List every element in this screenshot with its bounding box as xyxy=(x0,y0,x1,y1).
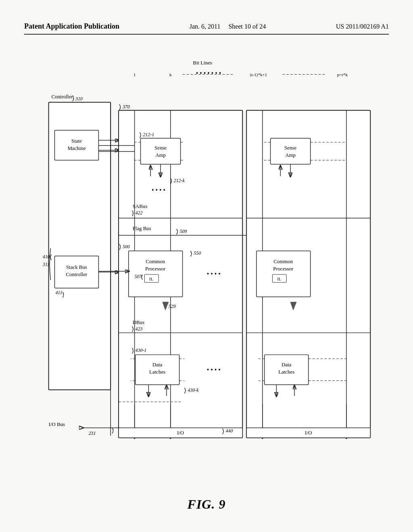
ref-410: 410 xyxy=(43,254,50,260)
data-latchesr-l1: Data xyxy=(282,362,292,368)
data-latches1-l2: Latches xyxy=(149,369,165,375)
svg-text:• • • •: • • • • xyxy=(207,270,221,277)
col-r1-label: (r-1)*k+1 xyxy=(250,72,267,77)
common-proc1-l2: Processor xyxy=(145,266,166,272)
ref-500: 500 xyxy=(123,244,130,249)
ref-310: 310 xyxy=(75,96,83,102)
ref-370: 370 xyxy=(122,104,130,110)
ref-311: 311 xyxy=(42,262,50,267)
dbus-label: DBus xyxy=(133,320,144,325)
stack-bus-label1: Stack Bus xyxy=(66,264,87,270)
svg-rect-47 xyxy=(271,138,311,164)
common-procr-l2: Processor xyxy=(273,266,294,272)
sense-amp-r-l2: Amp xyxy=(285,152,296,158)
figure-caption: FIG. 9 xyxy=(188,497,226,512)
ref-509: 509 xyxy=(180,229,187,234)
il1-label: IL xyxy=(149,276,153,281)
sense-amp-1-label: Sense xyxy=(154,145,167,151)
diagram-svg: text { font-family: 'Times New Roman', T… xyxy=(24,52,389,492)
svg-text:• • • • • • •: • • • • • • • xyxy=(196,70,221,77)
svg-text:Controller: Controller xyxy=(66,272,88,277)
svg-text:• • • •: • • • • xyxy=(152,187,165,193)
ref-507: 507 xyxy=(135,274,142,279)
ref-231: 231 xyxy=(89,430,96,436)
publication-date: Jan. 6, 2011 Sheet 10 of 24 xyxy=(119,23,336,30)
ref-430-k: 430-k xyxy=(188,387,199,393)
ref-430-1: 430-1 xyxy=(136,347,147,353)
ref-212-k: 212-k xyxy=(174,178,185,183)
io-block-label-r: I/O xyxy=(305,430,312,436)
bit-lines-label: Bit Lines xyxy=(193,60,212,66)
svg-text:Amp: Amp xyxy=(155,152,166,158)
ref-423: 423 xyxy=(136,326,143,332)
svg-rect-14 xyxy=(141,138,181,164)
sabus-label: SABus xyxy=(133,204,148,209)
sheet-info: Sheet 10 of 24 xyxy=(228,23,266,30)
common-proc1-l1: Common xyxy=(146,259,165,264)
ref-422: 422 xyxy=(136,210,143,216)
colp-label: p=r*k xyxy=(337,72,348,77)
state-machine-label: State xyxy=(71,138,82,144)
ref-529: 529 xyxy=(169,303,176,309)
data-latchesr-l2: Latches xyxy=(278,369,294,375)
ref-411: 411 xyxy=(55,290,62,295)
common-procr-l1: Common xyxy=(273,259,293,264)
controller-label: Controller xyxy=(52,94,73,100)
colk-label: k xyxy=(169,72,172,77)
io-block-label: I/O xyxy=(177,430,184,436)
io-bus-label: I/O Bus xyxy=(49,422,65,427)
col1-label: 1 xyxy=(133,72,136,77)
svg-text:• • • •: • • • • xyxy=(207,366,221,373)
publication-title: Patent Application Publication xyxy=(24,22,119,31)
ilr-label: IL xyxy=(277,276,281,281)
ref-212-1: 212-1 xyxy=(143,132,154,137)
ref-550: 550 xyxy=(194,250,201,256)
page-header: Patent Application Publication Jan. 6, 2… xyxy=(24,22,389,35)
flagbus-label: Flag Bus xyxy=(133,226,151,231)
patent-number: US 2011/002169 A1 xyxy=(336,23,389,30)
ref-440: 440 xyxy=(226,428,233,434)
patent-diagram: text { font-family: 'Times New Roman', T… xyxy=(24,52,389,492)
svg-text:Machine: Machine xyxy=(67,145,86,151)
sense-amp-r-l1: Sense xyxy=(284,145,296,151)
page: Patent Application Publication Jan. 6, 2… xyxy=(0,0,413,532)
data-latches1-l1: Data xyxy=(152,362,163,368)
svg-rect-55 xyxy=(257,251,311,297)
